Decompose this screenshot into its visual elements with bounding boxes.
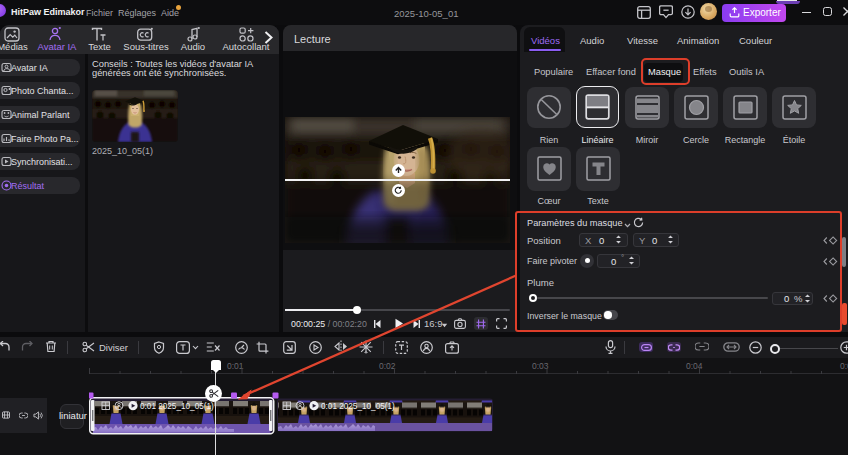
- svg-text:0:01 2025_10_05(1): 0:01 2025_10_05(1): [321, 402, 395, 411]
- svg-text:0:01 2025_10_05(1): 0:01 2025_10_05(1): [140, 402, 214, 411]
